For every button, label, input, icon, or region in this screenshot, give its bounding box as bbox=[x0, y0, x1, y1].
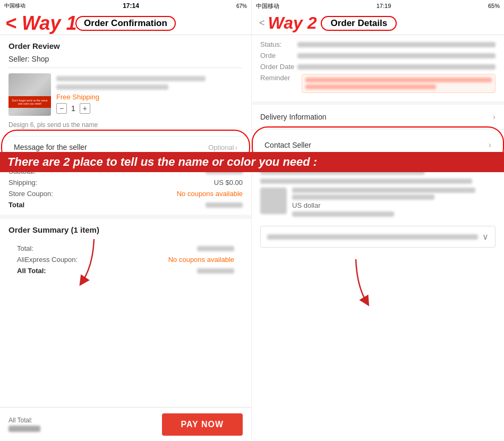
store-coupon-value: No coupons available bbox=[177, 190, 243, 198]
left-content: Order Review Seller: Shop Don't forget s… bbox=[0, 35, 251, 407]
contact-chevron-icon: › bbox=[489, 140, 491, 150]
status-info-blur bbox=[297, 42, 496, 47]
way2-label: Way 2 bbox=[268, 13, 317, 33]
message-optional: Optional › bbox=[208, 143, 237, 151]
order-summary-section: Order Summary (1 item) Total: AliExpress… bbox=[0, 215, 251, 283]
payment-select-blur bbox=[267, 234, 478, 240]
product-img-text: Don't forget send us the name and color … bbox=[8, 99, 51, 105]
store-coupon-row: Store Coupon: No coupons available bbox=[8, 188, 243, 199]
status-info-label: Status: bbox=[260, 40, 297, 48]
qty-increase-button[interactable]: + bbox=[80, 103, 90, 114]
right-info-section: Status: Orde Order Date Reminder bbox=[252, 35, 504, 105]
reminder-line-2 bbox=[305, 84, 436, 89]
right-nav-bar: < Way 2 Order Details bbox=[252, 12, 504, 35]
payment-select-box[interactable]: ∨ bbox=[260, 226, 496, 248]
shipping-value: US $0.00 bbox=[214, 179, 243, 186]
total-row: Total bbox=[8, 199, 243, 210]
left-back-button[interactable]: < Way 1 bbox=[5, 12, 76, 35]
product-price-blur bbox=[56, 84, 168, 90]
payment-item-blur-3 bbox=[292, 211, 394, 217]
delivery-chevron-icon: › bbox=[493, 112, 496, 122]
payment-thumb-image bbox=[260, 188, 287, 214]
all-total-bottom: All Total: bbox=[8, 417, 40, 432]
free-shipping-label: Free Shipping bbox=[56, 93, 243, 101]
delivery-row[interactable]: Delivery Information › bbox=[252, 105, 504, 130]
left-nav-bar: < Way 1 Order Confirmation bbox=[0, 12, 251, 35]
left-battery: 67% bbox=[236, 3, 247, 9]
total-value-blur bbox=[206, 202, 243, 208]
shipping-row: Shipping: US $0.00 bbox=[8, 177, 243, 188]
right-content: Status: Orde Order Date Reminder bbox=[252, 35, 504, 441]
product-note: Design 6, pls send us the name bbox=[0, 121, 251, 133]
contact-label: Contact Seller bbox=[264, 141, 311, 149]
order-date-info-label: Order Date bbox=[260, 63, 297, 71]
left-nav-title: Order Confirmation bbox=[75, 16, 176, 31]
right-nav-title: Order Details bbox=[321, 16, 397, 31]
seller-row: Seller: Shop bbox=[0, 53, 251, 67]
product-details: Free Shipping − 1 + bbox=[56, 76, 243, 114]
qty-control: − 1 + bbox=[56, 103, 243, 114]
pay-now-button[interactable]: PAY NOW bbox=[162, 413, 243, 436]
right-battery: 65% bbox=[488, 3, 500, 9]
right-time: 17:19 bbox=[377, 3, 391, 9]
reminder-content bbox=[302, 74, 496, 93]
delivery-label: Delivery Information bbox=[260, 113, 327, 121]
reminder-row: Reminder bbox=[260, 74, 496, 93]
order-info-label: Orde bbox=[260, 52, 297, 60]
left-status-bar: 中国移动 17:14 67% bbox=[0, 0, 251, 12]
reminder-line-1 bbox=[305, 78, 492, 82]
left-time: 17:14 bbox=[123, 2, 139, 10]
aliexpress-coupon-row: AliExpress Coupon: No coupons available bbox=[17, 254, 234, 265]
left-panel: 中国移动 17:14 67% < Way 1 Order Confirmatio… bbox=[0, 0, 252, 441]
message-label: Message for the seller bbox=[14, 143, 87, 151]
all-total-row: All Total: bbox=[17, 265, 234, 276]
bottom-bar: All Total: PAY NOW bbox=[0, 407, 251, 441]
all-total-label: All Total: bbox=[17, 267, 46, 275]
summary-costs: Total: AliExpress Coupon: No coupons ava… bbox=[8, 239, 243, 281]
order-review-header: Order Review bbox=[0, 35, 251, 53]
right-panel: 中国移动 17:19 65% < Way 2 Order Details Sta… bbox=[252, 0, 504, 441]
product-img-inner: Don't forget send us the name and color … bbox=[8, 73, 51, 116]
summary-total-label: Total: bbox=[17, 244, 33, 252]
status-info-row: Status: bbox=[260, 40, 496, 48]
right-status-bar: 中国移动 17:19 65% bbox=[252, 0, 504, 12]
product-row: Don't forget send us the name and color … bbox=[0, 68, 251, 121]
product-img-strip: Don't forget send us the name and color … bbox=[8, 96, 51, 108]
product-image: Don't forget send us the name and color … bbox=[8, 73, 51, 116]
left-carrier: 中国移动 bbox=[4, 2, 25, 10]
payment-item-details: US dollar bbox=[292, 188, 496, 220]
reminder-label: Reminder bbox=[260, 74, 297, 82]
us-dollar-label: US dollar bbox=[292, 201, 496, 209]
qty-value: 1 bbox=[71, 104, 75, 113]
order-summary-title: Order Summary (1 item) bbox=[8, 225, 243, 234]
payment-item: US dollar bbox=[260, 188, 496, 220]
annotation-banner: There are 2 place to tell us the name or… bbox=[0, 152, 504, 172]
bottom-all-total-label: All Total: bbox=[8, 417, 40, 424]
all-total-blur bbox=[197, 268, 234, 274]
bottom-all-total-blur bbox=[8, 426, 40, 432]
order-info-blur bbox=[297, 53, 496, 58]
shipping-label: Shipping: bbox=[8, 179, 37, 186]
payment-blur-2 bbox=[260, 179, 472, 184]
aliexpress-no-coupons: No coupons available bbox=[168, 256, 234, 264]
order-info-row: Orde bbox=[260, 52, 496, 60]
payment-section: US dollar ∨ bbox=[252, 161, 504, 253]
dropdown-chevron-icon: ∨ bbox=[482, 232, 489, 242]
store-coupon-label: Store Coupon: bbox=[8, 190, 53, 198]
order-date-info-row: Order Date bbox=[260, 63, 496, 71]
product-title-blur bbox=[56, 76, 206, 81]
annotation-text: There are 2 place to tell us the name or… bbox=[7, 155, 317, 168]
payment-item-blur-1 bbox=[292, 188, 475, 193]
aliexpress-coupon-label: AliExpress Coupon: bbox=[17, 256, 78, 264]
qty-decrease-button[interactable]: − bbox=[56, 103, 67, 114]
order-date-info-blur bbox=[297, 64, 496, 70]
right-carrier: 中国移动 bbox=[256, 2, 279, 10]
total-label: Total bbox=[8, 201, 24, 209]
summary-total-blur bbox=[197, 246, 234, 251]
chevron-icon: › bbox=[235, 143, 237, 151]
summary-total-row: Total: bbox=[17, 243, 234, 254]
payment-item-blur-2 bbox=[292, 194, 434, 200]
right-back-button[interactable]: < bbox=[259, 18, 265, 29]
